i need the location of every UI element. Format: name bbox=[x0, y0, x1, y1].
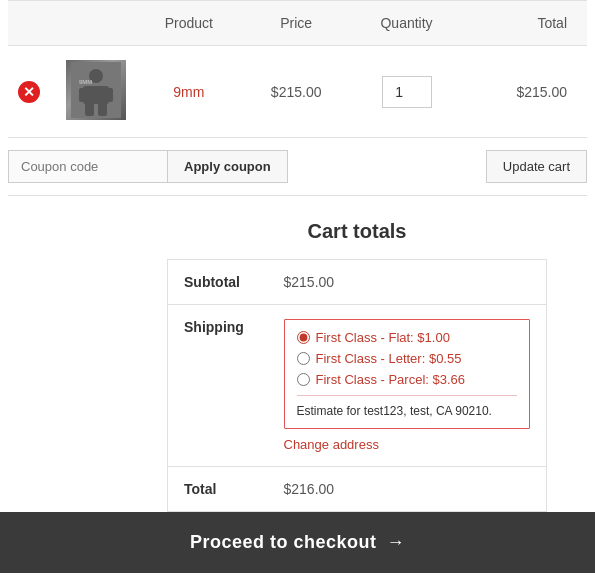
update-cart-button[interactable]: Update cart bbox=[486, 150, 587, 183]
shipping-row: Shipping First Class - Flat: $1.00 First… bbox=[168, 305, 547, 467]
cart-totals-title: Cart totals bbox=[167, 220, 547, 243]
subtotal-value: $215.00 bbox=[268, 260, 547, 305]
shipping-radio-2[interactable] bbox=[297, 352, 310, 365]
shipping-option-2-label: First Class - Letter: $0.55 bbox=[316, 351, 462, 366]
shipping-radio-3[interactable] bbox=[297, 373, 310, 386]
product-thumbnail: 9MM bbox=[66, 60, 126, 120]
checkout-arrow: → bbox=[387, 532, 406, 553]
coupon-row: Apply coupon Update cart bbox=[8, 138, 587, 196]
col-price-header: Price bbox=[242, 1, 351, 46]
col-product-header: Product bbox=[136, 1, 242, 46]
subtotal-row: Subtotal $215.00 bbox=[168, 260, 547, 305]
subtotal-label: Subtotal bbox=[168, 260, 268, 305]
checkout-btn-row: Proceed to checkout → bbox=[0, 512, 595, 573]
remove-item-button[interactable]: ✕ bbox=[18, 81, 40, 103]
product-price: $215.00 bbox=[271, 84, 322, 100]
total-label: Total bbox=[168, 467, 268, 512]
shipping-radio-1[interactable] bbox=[297, 331, 310, 344]
checkout-button[interactable]: Proceed to checkout → bbox=[0, 512, 595, 573]
svg-text:9MM: 9MM bbox=[79, 79, 92, 85]
shipping-option-1-label: First Class - Flat: $1.00 bbox=[316, 330, 450, 345]
shipping-options-box: First Class - Flat: $1.00 First Class - … bbox=[284, 319, 531, 429]
totals-table: Subtotal $215.00 Shipping First Class - … bbox=[167, 259, 547, 512]
product-total: $215.00 bbox=[516, 84, 567, 100]
svg-rect-4 bbox=[103, 88, 113, 102]
col-image bbox=[56, 1, 136, 46]
cart-row: ✕ bbox=[8, 46, 587, 138]
col-remove bbox=[8, 1, 56, 46]
svg-rect-5 bbox=[85, 102, 94, 116]
shipping-option-3: First Class - Parcel: $3.66 bbox=[297, 372, 518, 387]
shipping-label: Shipping bbox=[168, 305, 268, 467]
quantity-input[interactable] bbox=[382, 76, 432, 108]
estimate-text: Estimate for test123, test, CA 90210. bbox=[297, 395, 518, 418]
checkout-label: Proceed to checkout bbox=[190, 532, 377, 553]
svg-rect-6 bbox=[98, 102, 107, 116]
shipping-option-2: First Class - Letter: $0.55 bbox=[297, 351, 518, 366]
cart-table: Product Price Quantity Total ✕ bbox=[8, 0, 587, 138]
cart-totals-section: Cart totals Subtotal $215.00 Shipping Fi… bbox=[147, 220, 567, 512]
total-row: Total $216.00 bbox=[168, 467, 547, 512]
apply-coupon-button[interactable]: Apply coupon bbox=[168, 150, 288, 183]
coupon-input[interactable] bbox=[8, 150, 168, 183]
col-total-header: Total bbox=[462, 1, 587, 46]
shipping-option-1: First Class - Flat: $1.00 bbox=[297, 330, 518, 345]
total-value: $216.00 bbox=[268, 467, 547, 512]
svg-rect-3 bbox=[79, 88, 89, 102]
product-name: 9mm bbox=[173, 84, 204, 100]
change-address-link[interactable]: Change address bbox=[284, 437, 531, 452]
shipping-option-3-label: First Class - Parcel: $3.66 bbox=[316, 372, 466, 387]
shipping-options-cell: First Class - Flat: $1.00 First Class - … bbox=[268, 305, 547, 467]
col-quantity-header: Quantity bbox=[351, 1, 463, 46]
